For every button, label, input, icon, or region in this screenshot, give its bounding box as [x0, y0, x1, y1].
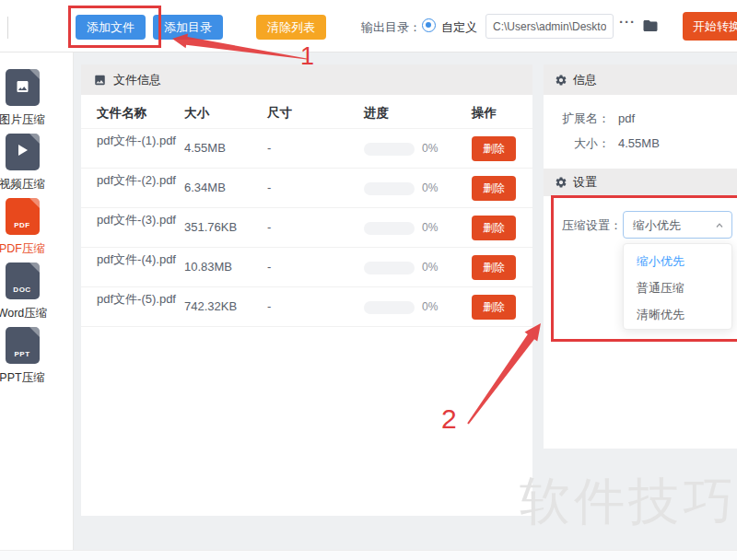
- sidebar-item-label: Word压缩: [0, 306, 58, 321]
- custom-radio-label: 自定义: [441, 19, 477, 36]
- sidebar-item-ppt-compress[interactable]: PPT PPT压缩: [0, 327, 58, 386]
- sidebar-item-word-compress[interactable]: DOC Word压缩: [0, 262, 58, 321]
- app-window: 添加文件 添加目录 清除列表 输出目录： 自定义 ··· 开始转换 图片压缩 视…: [0, 0, 737, 560]
- col-header-progress: 进度: [364, 105, 389, 122]
- file-info-title: 文件信息: [113, 72, 161, 88]
- delete-button[interactable]: 删除: [472, 136, 516, 161]
- info-rows: 扩展名： pdf 大小： 4.55MB: [544, 95, 737, 156]
- sidebar-item-label: 图片压缩: [0, 112, 58, 128]
- file-size: 742.32KB: [184, 299, 237, 313]
- custom-radio[interactable]: [422, 18, 436, 32]
- output-path-input[interactable]: [485, 14, 614, 39]
- footer-strip: [0, 550, 737, 560]
- file-dimension: -: [267, 181, 271, 194]
- annotation-box-1: [68, 6, 161, 48]
- ext-value: pdf: [618, 111, 635, 125]
- file-name: pdf文件-(1).pdf: [97, 133, 176, 148]
- output-dir-label: 输出目录：: [361, 19, 421, 36]
- clear-list-button[interactable]: 清除列表: [256, 15, 326, 40]
- doc-badge: DOC: [6, 286, 40, 294]
- info-title: 信息: [573, 72, 597, 88]
- annotation-number-1: 1: [300, 42, 314, 71]
- sidebar-item-label: PPT压缩: [0, 370, 58, 386]
- table-row: pdf文件-(4).pdf 10.83MB - 0% 删除: [81, 248, 532, 287]
- file-list-panel: 文件信息 文件名称 大小 尺寸 进度 操作 pdf文件-(1).pdf 4.55…: [81, 64, 532, 516]
- table-header-row: 文件名称 大小 尺寸 进度 操作: [81, 95, 532, 129]
- gear-icon: [555, 74, 567, 87]
- sidebar-item-image-compress[interactable]: 图片压缩: [0, 69, 58, 128]
- table-row: pdf文件-(2).pdf 6.34MB - 0% 删除: [81, 169, 532, 208]
- file-name: pdf文件-(4).pdf: [97, 251, 176, 267]
- file-name: pdf文件-(5).pdf: [97, 291, 176, 307]
- file-dimension: -: [267, 260, 271, 274]
- file-dimension: -: [267, 141, 271, 155]
- image-compress-icon: [6, 69, 40, 106]
- delete-button[interactable]: 删除: [472, 176, 516, 201]
- file-dimension: -: [267, 299, 271, 313]
- progress-bar: [364, 301, 415, 314]
- delete-button[interactable]: 删除: [472, 255, 516, 280]
- browse-more-button[interactable]: ···: [619, 14, 636, 29]
- progress-percent: 0%: [422, 142, 438, 155]
- ext-label: 扩展名：: [544, 111, 610, 127]
- window-edge-divider: [7, 17, 8, 39]
- sidebar: 图片压缩 视频压缩 PDF PDF压缩 DOC Word压缩 PP: [0, 52, 74, 550]
- table-row: pdf文件-(5).pdf 742.32KB - 0% 删除: [81, 287, 532, 327]
- sidebar-item-label: PDF压缩: [0, 241, 58, 257]
- size-label: 大小：: [544, 135, 610, 152]
- start-convert-button[interactable]: 开始转换: [683, 12, 737, 41]
- file-size: 10.83MB: [184, 260, 232, 274]
- file-info-icon: [93, 74, 107, 87]
- add-directory-button[interactable]: 添加目录: [153, 15, 223, 40]
- gear-icon: [555, 176, 567, 189]
- delete-button[interactable]: 删除: [472, 295, 516, 320]
- word-compress-icon: DOC: [6, 262, 40, 299]
- size-value: 4.55MB: [618, 136, 660, 150]
- video-compress-icon: [6, 134, 40, 170]
- open-folder-icon[interactable]: [641, 18, 660, 34]
- sidebar-item-pdf-compress[interactable]: PDF PDF压缩: [0, 198, 58, 257]
- pdf-badge: PDF: [6, 221, 40, 229]
- watermark-text: 软件技巧: [520, 468, 737, 536]
- progress-bar: [364, 262, 415, 274]
- file-name: pdf文件-(3).pdf: [97, 212, 176, 228]
- file-size: 4.55MB: [184, 141, 226, 155]
- progress-bar: [364, 222, 415, 235]
- progress-percent: 0%: [422, 181, 438, 194]
- progress-percent: 0%: [422, 221, 438, 234]
- progress-bar: [364, 143, 415, 156]
- col-header-size: 大小: [184, 105, 209, 122]
- ppt-compress-icon: PPT: [6, 327, 40, 364]
- annotation-box-2: [551, 195, 737, 342]
- col-header-action: 操作: [472, 105, 497, 122]
- table-row: pdf文件-(3).pdf 351.76KB - 0% 删除: [81, 208, 532, 248]
- file-size: 351.76KB: [184, 220, 237, 234]
- file-dimension: -: [267, 220, 271, 234]
- ppt-badge: PPT: [6, 350, 40, 358]
- settings-title: 设置: [573, 174, 597, 191]
- delete-button[interactable]: 删除: [472, 216, 516, 240]
- sidebar-item-video-compress[interactable]: 视频压缩: [0, 134, 58, 192]
- col-header-dimension: 尺寸: [267, 105, 292, 122]
- table-row: pdf文件-(1).pdf 4.55MB - 0% 删除: [81, 129, 532, 169]
- pdf-compress-icon: PDF: [6, 198, 40, 235]
- file-size: 6.34MB: [184, 181, 226, 194]
- progress-bar: [364, 182, 415, 195]
- file-name: pdf文件-(2).pdf: [97, 172, 176, 188]
- progress-percent: 0%: [422, 300, 438, 313]
- progress-percent: 0%: [422, 261, 438, 274]
- sidebar-item-label: 视频压缩: [0, 177, 58, 192]
- info-header: 信息: [544, 64, 737, 95]
- col-header-filename: 文件名称: [97, 105, 146, 122]
- settings-header: 设置: [544, 169, 737, 196]
- annotation-number-2: 2: [441, 403, 457, 435]
